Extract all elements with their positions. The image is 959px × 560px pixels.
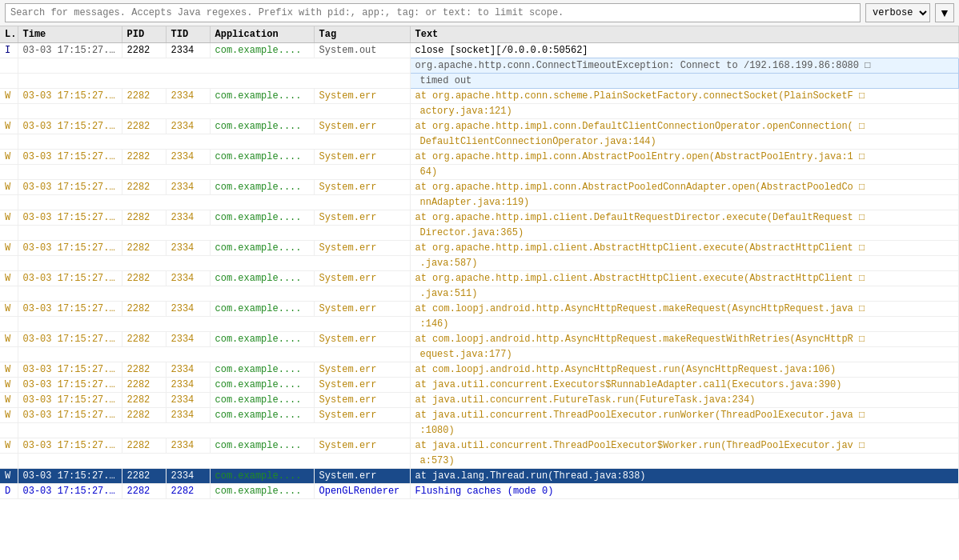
pid-cell: 2282 — [122, 150, 166, 165]
tag-cell: System.out — [314, 43, 410, 58]
table-row[interactable]: :146) — [0, 317, 959, 332]
level-cell: W — [0, 150, 18, 165]
table-row[interactable]: .java:587) — [0, 256, 959, 271]
level-cell — [0, 347, 18, 362]
table-row[interactable]: W 03-03 17:15:27.885 2282 2334 com.examp… — [0, 438, 959, 454]
app-cell: com.example.... — [210, 241, 314, 256]
table-row[interactable]: 64) — [0, 165, 959, 180]
app-cell: com.example.... — [210, 378, 314, 393]
continuation-spacer — [18, 347, 410, 362]
level-cell: W — [0, 210, 18, 226]
text-cell: at com.loopj.android.http.AsyncHttpReque… — [410, 302, 959, 317]
table-row[interactable]: W 03-03 17:15:27.884 2282 2334 com.examp… — [0, 210, 959, 226]
table-row[interactable]: .java:511) — [0, 286, 959, 302]
level-cell — [0, 317, 18, 332]
tid-cell: 2334 — [166, 332, 210, 347]
tid-cell: 2334 — [166, 438, 210, 454]
tid-cell: 2282 — [166, 484, 210, 499]
level-cell — [0, 58, 18, 74]
text-cell: close [socket][/0.0.0.0:50562] — [410, 43, 959, 58]
table-row[interactable]: W 03-03 17:15:27.885 2282 2334 com.examp… — [0, 378, 959, 393]
header-time: Time — [18, 26, 122, 43]
table-row[interactable]: W 03-03 17:15:27.884 2282 2334 com.examp… — [0, 302, 959, 317]
table-row[interactable]: a:573) — [0, 454, 959, 469]
tag-cell: System.err — [314, 438, 410, 454]
time-cell: 03-03 17:15:27.884 — [18, 241, 122, 256]
table-row[interactable]: actory.java:121) — [0, 104, 959, 119]
pid-cell: 2282 — [122, 180, 166, 195]
text-cell: DefaultClientConnectionOperator.java:144… — [410, 134, 959, 150]
table-row[interactable]: I 03-03 17:15:27.883 2282 2334 com.examp… — [0, 43, 959, 58]
table-row[interactable]: DefaultClientConnectionOperator.java:144… — [0, 134, 959, 150]
level-cell: W — [0, 408, 18, 423]
text-cell: Director.java:365) — [410, 226, 959, 241]
filter-button[interactable]: ▼ — [935, 3, 954, 22]
tid-cell: 2334 — [166, 393, 210, 408]
continuation-spacer — [18, 74, 410, 89]
text-cell: :1080) — [410, 423, 959, 438]
table-row[interactable]: timed out — [0, 74, 959, 89]
table-row[interactable]: :1080) — [0, 423, 959, 438]
tag-cell: System.err — [314, 180, 410, 195]
tid-cell: 2334 — [166, 302, 210, 317]
table-row[interactable]: Director.java:365) — [0, 226, 959, 241]
time-cell: 03-03 17:15:27.884 — [18, 332, 122, 347]
table-row-selected[interactable]: W 03-03 17:15:27.885 2282 2334 com.examp… — [0, 469, 959, 484]
level-cell — [0, 74, 18, 89]
tid-cell: 2334 — [166, 119, 210, 134]
text-cell: at java.util.concurrent.FutureTask.run(F… — [410, 393, 959, 408]
pid-cell: 2282 — [122, 469, 166, 484]
table-row[interactable]: W 03-03 17:15:27.884 2282 2334 com.examp… — [0, 180, 959, 195]
text-cell: a:573) — [410, 454, 959, 469]
text-cell: at org.apache.http.impl.client.AbstractH… — [410, 241, 959, 256]
time-cell: 03-03 17:15:27.885 — [18, 408, 122, 423]
tag-cell: System.err — [314, 469, 410, 484]
table-row[interactable]: W 03-03 17:15:27.884 2282 2334 com.examp… — [0, 332, 959, 347]
table-row[interactable]: W 03-03 17:15:27.885 2282 2334 com.examp… — [0, 408, 959, 423]
table-row[interactable]: org.apache.http.conn.ConnectTimeoutExcep… — [0, 58, 959, 74]
search-input[interactable] — [5, 3, 861, 22]
table-row[interactable]: W 03-03 17:15:27.884 2282 2334 com.examp… — [0, 89, 959, 104]
text-cell: at org.apache.http.impl.client.AbstractH… — [410, 271, 959, 286]
text-cell: at org.apache.http.impl.conn.AbstractPoo… — [410, 150, 959, 165]
table-row[interactable]: W 03-03 17:15:27.884 2282 2334 com.examp… — [0, 271, 959, 286]
level-cell: W — [0, 241, 18, 256]
tid-cell: 2334 — [166, 89, 210, 104]
table-row[interactable]: W 03-03 17:15:27.885 2282 2334 com.examp… — [0, 393, 959, 408]
pid-cell: 2282 — [122, 302, 166, 317]
continuation-spacer — [18, 226, 410, 241]
pid-cell: 2282 — [122, 241, 166, 256]
table-row[interactable]: W 03-03 17:15:27.884 2282 2334 com.examp… — [0, 241, 959, 256]
table-row[interactable]: W 03-03 17:15:27.884 2282 2334 com.examp… — [0, 150, 959, 165]
app-cell: com.example.... — [210, 484, 314, 499]
tid-cell: 2334 — [166, 210, 210, 226]
table-row[interactable]: W 03-03 17:15:27.885 2282 2334 com.examp… — [0, 362, 959, 378]
level-cell: W — [0, 469, 18, 484]
continuation-spacer — [18, 286, 410, 302]
header-text: Text — [410, 26, 959, 43]
text-cell: Flushing caches (mode 0) — [410, 484, 959, 499]
table-row[interactable]: nnAdapter.java:119) — [0, 195, 959, 210]
pid-cell: 2282 — [122, 393, 166, 408]
tid-cell: 2334 — [166, 362, 210, 378]
verbose-select[interactable]: verbose — [865, 3, 930, 22]
time-cell: 03-03 17:15:27.887 — [18, 484, 122, 499]
time-cell: 03-03 17:15:27.884 — [18, 210, 122, 226]
app-cell: com.example.... — [210, 119, 314, 134]
tid-cell: 2334 — [166, 271, 210, 286]
tag-cell: System.err — [314, 89, 410, 104]
tid-cell: 2334 — [166, 180, 210, 195]
log-table-container[interactable]: L... Time PID TID Application Tag Text I… — [0, 26, 959, 556]
level-cell: W — [0, 332, 18, 347]
tag-cell: System.err — [314, 119, 410, 134]
tid-cell: 2334 — [166, 241, 210, 256]
level-cell: W — [0, 302, 18, 317]
header-pid: PID — [122, 26, 166, 43]
app-cell: com.example.... — [210, 332, 314, 347]
table-row[interactable]: equest.java:177) — [0, 347, 959, 362]
table-row[interactable]: W 03-03 17:15:27.884 2282 2334 com.examp… — [0, 119, 959, 134]
level-cell — [0, 454, 18, 469]
level-cell — [0, 134, 18, 150]
text-cell: timed out — [410, 74, 959, 89]
table-row[interactable]: D 03-03 17:15:27.887 2282 2282 com.examp… — [0, 484, 959, 499]
